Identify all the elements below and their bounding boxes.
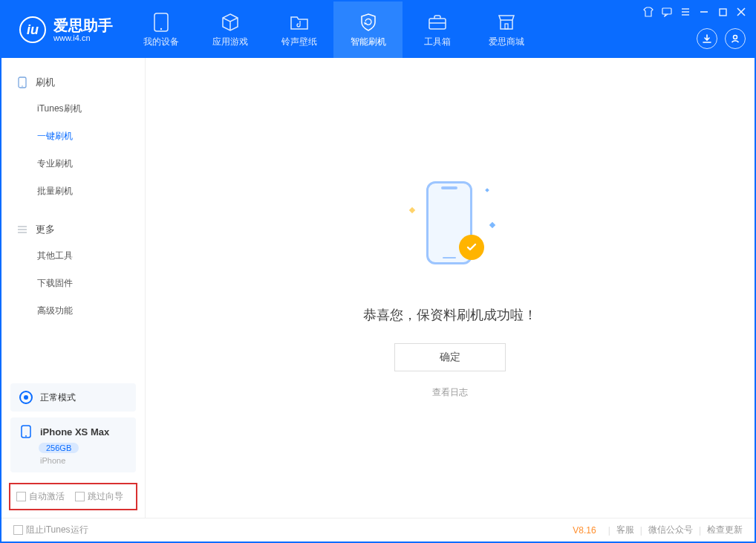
footer: 阻止iTunes运行 V8.16 | 客服 | 微信公众号 | 检查更新 [1,518,755,542]
app-title: 爱思助手 [53,17,113,33]
version-label: V8.16 [573,525,596,536]
main-tabs: 我的设备 应用游戏 铃声壁纸 智能刷机 [126,1,541,58]
view-log-link[interactable]: 查看日志 [432,386,468,399]
minimize-icon[interactable] [698,6,710,18]
success-illustration [398,177,502,281]
phone-icon [16,77,28,88]
svg-rect-4 [505,24,508,29]
svg-rect-10 [720,9,726,16]
sidebar-item-batch[interactable]: 批量刷机 [1,178,145,205]
device-icon [19,425,33,438]
checkbox-icon [75,492,85,501]
sidebar-item-other[interactable]: 其他工具 [1,242,145,270]
device-type: iPhone [40,456,127,465]
folder-music-icon [289,12,310,33]
briefcase-icon [427,12,448,33]
update-link[interactable]: 检查更新 [707,524,743,536]
logo-text: 爱思助手 www.i4.cn [53,17,113,42]
maximize-icon[interactable] [717,6,729,18]
tab-store[interactable]: 爱思商城 [472,1,541,58]
sidebar-item-pro[interactable]: 专业刷机 [1,150,145,178]
device-card[interactable]: iPhone XS Max 256GB iPhone [10,417,136,472]
spark-icon [409,207,415,213]
section-title: 更多 [36,223,55,236]
svg-point-13 [734,36,737,39]
svg-point-1 [160,27,161,29]
sidebar-section-flash: 刷机 iTunes刷机 一键刷机 专业刷机 批量刷机 [1,58,145,205]
tab-label: 应用游戏 [212,36,248,48]
tab-label: 智能刷机 [351,36,386,48]
sidebar-item-itunes[interactable]: iTunes刷机 [1,95,145,123]
separator: | [699,525,701,536]
footer-right: V8.16 | 客服 | 微信公众号 | 检查更新 [573,524,743,536]
logo: iu 爱思助手 www.i4.cn [1,16,126,43]
check-auto-activate[interactable]: 自动激活 [16,490,65,503]
storage-badge: 256GB [39,443,79,453]
sidebar-item-onekey[interactable]: 一键刷机 [1,123,145,150]
check-label: 阻止iTunes运行 [26,524,88,536]
download-button[interactable] [697,28,717,49]
svg-rect-2 [429,19,446,29]
wechat-link[interactable]: 微信公众号 [648,524,693,536]
spark-icon [485,188,489,192]
confirm-button[interactable]: 确定 [394,343,506,371]
sidebar-item-download[interactable]: 下载固件 [1,270,145,297]
device-icon [151,12,172,33]
tab-label: 铃声壁纸 [281,36,317,48]
tab-label: 爱思商城 [489,36,524,48]
checkbox-icon [16,492,26,501]
device-row: iPhone XS Max [19,425,127,438]
tab-label: 工具箱 [424,36,451,48]
close-icon[interactable] [735,6,747,18]
svg-rect-5 [662,8,671,14]
svg-point-20 [25,435,27,437]
menu-icon[interactable] [680,6,691,18]
logo-icon: iu [19,16,46,43]
highlighted-checks: 自动激活 跳过向导 [9,483,137,510]
tab-apps[interactable]: 应用游戏 [195,1,264,58]
device-mode[interactable]: 正常模式 [10,383,136,412]
checkbox-icon [13,525,23,535]
header: iu 爱思助手 www.i4.cn 我的设备 应用游戏 [1,1,755,58]
mode-label: 正常模式 [40,391,76,404]
sidebar-header-more: 更多 [1,217,145,242]
separator: | [640,525,642,536]
device-name: iPhone XS Max [40,426,109,438]
check-badge-icon [459,235,484,260]
svg-point-15 [22,85,23,87]
cube-icon [220,12,241,33]
section-title: 刷机 [36,76,55,89]
body: 刷机 iTunes刷机 一键刷机 专业刷机 批量刷机 更多 其他工具 下载固件 … [1,58,755,518]
window-controls [642,6,747,18]
sidebar-section-more: 更多 其他工具 下载固件 高级功能 [1,205,145,325]
success-message: 恭喜您，保资料刷机成功啦！ [363,306,537,324]
app-window: iu 爱思助手 www.i4.cn 我的设备 应用游戏 [0,0,756,543]
tab-device[interactable]: 我的设备 [126,1,195,58]
sidebar-spacer [1,325,145,377]
header-actions [697,28,746,49]
sidebar-header-flash: 刷机 [1,70,145,95]
store-icon [496,12,517,33]
sidebar-item-advanced[interactable]: 高级功能 [1,297,145,325]
sidebar: 刷机 iTunes刷机 一键刷机 专业刷机 批量刷机 更多 其他工具 下载固件 … [1,58,146,518]
main-content: 恭喜您，保资料刷机成功啦！ 确定 查看日志 [146,58,755,518]
check-label: 自动激活 [29,490,65,503]
support-link[interactable]: 客服 [616,524,634,536]
user-button[interactable] [725,28,746,49]
separator: | [608,525,610,536]
shield-refresh-icon [358,12,379,33]
tab-flash[interactable]: 智能刷机 [333,1,403,58]
tab-ringtone[interactable]: 铃声壁纸 [264,1,333,58]
check-block-itunes[interactable]: 阻止iTunes运行 [13,524,88,536]
tab-toolbox[interactable]: 工具箱 [403,1,472,58]
spark-icon [489,222,495,228]
tshirt-icon[interactable] [642,6,654,18]
feedback-icon[interactable] [661,6,673,18]
mode-icon [19,391,33,404]
check-skip-guide[interactable]: 跳过向导 [75,490,123,503]
check-label: 跳过向导 [88,490,123,503]
app-url: www.i4.cn [53,33,113,42]
tab-label: 我的设备 [143,36,179,48]
list-icon [16,224,28,235]
